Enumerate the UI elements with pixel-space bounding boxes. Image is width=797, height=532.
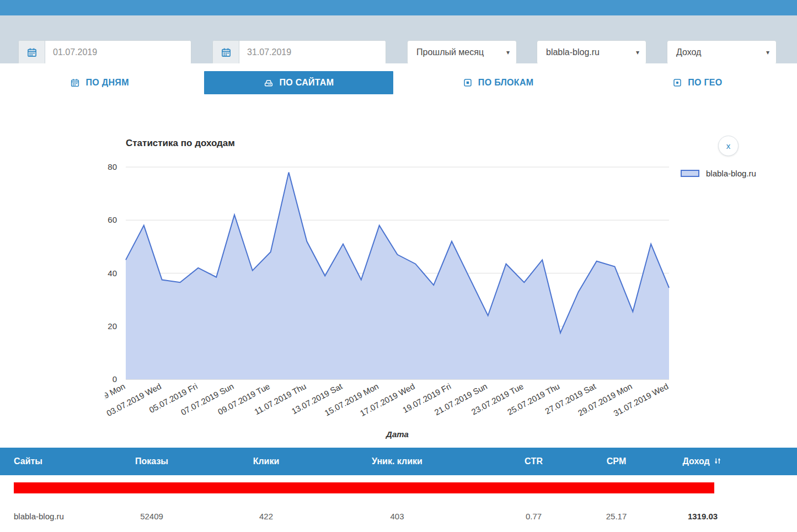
calendar-icon <box>70 78 80 88</box>
stats-table: СайтыПоказыКликиУник. кликиCTRCPMДоход b… <box>0 448 797 532</box>
svg-text:Дата: Дата <box>385 429 409 439</box>
site-select-value: blabla-blog.ru <box>546 47 600 57</box>
tab-cell-by-geo: ПО ГЕО <box>598 63 797 102</box>
chart-card: Статистика по доходам x blabla-blog.ru 0… <box>0 102 797 448</box>
column-header-label: CTR <box>525 456 543 466</box>
legend-label: blabla-blog.ru <box>706 169 756 178</box>
column-header-5[interactable]: CTR <box>472 448 596 475</box>
column-header-label: Уник. клики <box>372 456 422 466</box>
tab-by-geo[interactable]: ПО ГЕО <box>603 71 792 94</box>
chart-title: Статистика по доходам <box>126 138 235 149</box>
tab-label: ПО САЙТАМ <box>279 78 334 88</box>
table-row: blabla-blog.ru524094224030.7725.171319.0… <box>0 501 797 532</box>
tab-label: ПО ДНЯМ <box>85 78 129 88</box>
table-cell: 52409 <box>94 501 210 532</box>
chart-legend: blabla-blog.ru <box>681 168 756 179</box>
column-header-1[interactable]: Сайты <box>0 448 94 475</box>
table-cell: 1319.03 <box>637 501 797 532</box>
geo-icon <box>672 78 682 88</box>
column-header-2[interactable]: Показы <box>94 448 210 475</box>
legend-swatch <box>681 170 699 177</box>
table-cell: 403 <box>323 501 472 532</box>
column-header-label: CPM <box>607 456 627 466</box>
date-from-group <box>18 40 191 65</box>
column-header-label: Сайты <box>14 456 42 466</box>
tab-label: ПО БЛОКАМ <box>478 78 534 88</box>
svg-text:0: 0 <box>113 374 117 384</box>
revenue-area-chart: 02040608001.07.2019 Mon03.07.2019 Wed05.… <box>105 154 678 444</box>
blocks-icon <box>463 78 473 88</box>
redacted-row-overlay <box>14 482 714 493</box>
hdd-icon <box>264 78 274 88</box>
chevron-down-icon: ▾ <box>506 49 510 56</box>
site-select[interactable]: blabla-blog.ru ▾ <box>537 40 646 65</box>
tab-by-days[interactable]: ПО ДНЯМ <box>5 71 194 94</box>
table-row-redacted <box>0 475 797 501</box>
metric-select[interactable]: Доход ▾ <box>667 40 777 65</box>
period-select[interactable]: Прошлый месяц ▾ <box>407 40 517 65</box>
column-header-label: Показы <box>135 456 168 466</box>
column-header-3[interactable]: Клики <box>210 448 323 475</box>
table-cell: 0.77 <box>472 501 596 532</box>
sort-icon <box>714 457 723 466</box>
tab-by-sites[interactable]: ПО САЙТАМ <box>204 71 393 94</box>
column-header-6[interactable]: CPM <box>596 448 637 475</box>
chevron-down-icon: ▾ <box>636 49 639 56</box>
metric-select-value: Доход <box>676 47 701 57</box>
svg-text:20: 20 <box>108 321 117 331</box>
table-header-row: СайтыПоказыКликиУник. кликиCTRCPMДоход <box>0 448 797 475</box>
tab-cell-by-blocks: ПО БЛОКАМ <box>399 63 598 102</box>
table-cell: blabla-blog.ru <box>0 501 94 532</box>
tab-label: ПО ГЕО <box>688 78 722 88</box>
calendar-icon[interactable] <box>19 41 45 64</box>
svg-text:60: 60 <box>108 215 117 224</box>
tab-by-blocks[interactable]: ПО БЛОКАМ <box>404 71 593 94</box>
svg-text:80: 80 <box>108 162 117 171</box>
top-strip <box>0 0 797 15</box>
chevron-down-icon: ▾ <box>766 49 769 56</box>
column-header-label: Доход <box>682 456 709 466</box>
tab-cell-by-days: ПО ДНЯМ <box>0 63 199 102</box>
table-body: blabla-blog.ru524094224030.7725.171319.0… <box>0 501 797 532</box>
date-to-input[interactable] <box>239 41 386 64</box>
column-header-7[interactable]: Доход <box>637 448 797 475</box>
tab-bar: ПО ДНЯМПО САЙТАМПО БЛОКАМПО ГЕО <box>0 63 797 102</box>
tab-cell-by-sites: ПО САЙТАМ <box>199 63 398 102</box>
close-button[interactable]: x <box>718 136 739 156</box>
date-from-input[interactable] <box>45 41 191 64</box>
column-header-label: Клики <box>253 456 280 466</box>
table-cell: 25.17 <box>596 501 637 532</box>
calendar-icon[interactable] <box>213 41 239 64</box>
period-select-value: Прошлый месяц <box>416 47 484 57</box>
page: Прошлый месяц ▾ blabla-blog.ru ▾ Доход ▾… <box>0 0 797 532</box>
column-header-4[interactable]: Уник. клики <box>323 448 472 475</box>
date-to-group <box>212 40 386 65</box>
table-cell: 422 <box>210 501 323 532</box>
svg-text:40: 40 <box>108 268 117 278</box>
filter-bar: Прошлый месяц ▾ blabla-blog.ru ▾ Доход ▾ <box>0 15 797 63</box>
